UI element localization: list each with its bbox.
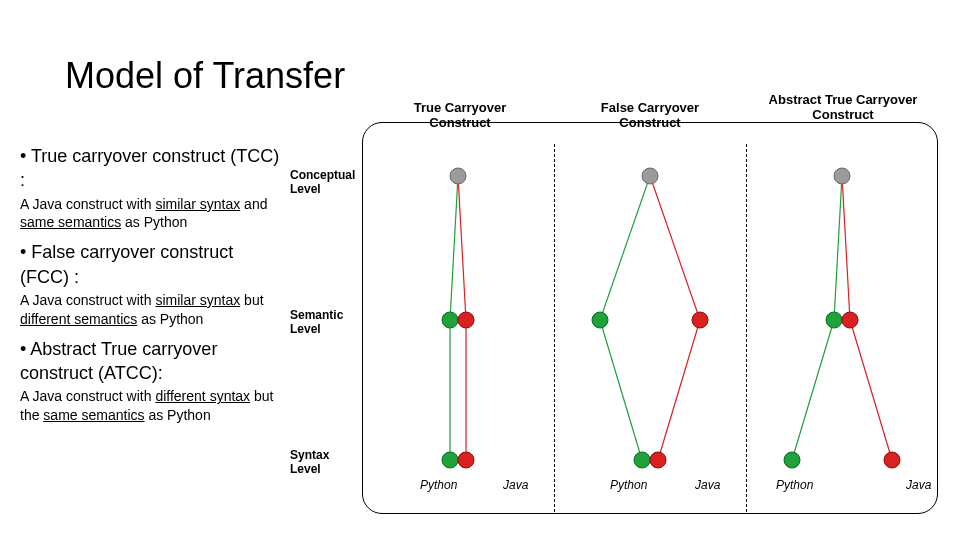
node-red-icon bbox=[842, 312, 858, 328]
node-red-icon bbox=[884, 452, 900, 468]
node-red-icon bbox=[458, 452, 474, 468]
node-green-icon bbox=[442, 312, 458, 328]
svg-line-6 bbox=[600, 320, 642, 460]
diagram: True Carryover Construct False Carryover… bbox=[290, 98, 938, 518]
desc-tcc-mid: and bbox=[240, 196, 267, 212]
slide-title: Model of Transfer bbox=[65, 55, 345, 97]
svg-line-7 bbox=[658, 320, 700, 460]
bullet-atcc: • Abstract True carryover construct (ATC… bbox=[20, 337, 280, 386]
lang-java: Java bbox=[906, 478, 931, 492]
lang-python: Python bbox=[610, 478, 647, 492]
node-red-icon bbox=[458, 312, 474, 328]
desc-fcc-mid: but bbox=[240, 292, 263, 308]
lang-java: Java bbox=[503, 478, 528, 492]
bullet-tcc: • True carryover construct (TCC) : bbox=[20, 144, 280, 193]
svg-line-10 bbox=[792, 320, 834, 460]
svg-line-4 bbox=[600, 176, 650, 320]
bullet-fcc: • False carryover construct (FCC) : bbox=[20, 240, 280, 289]
desc-tcc-u1: similar syntax bbox=[155, 196, 240, 212]
desc-fcc-u1: similar syntax bbox=[155, 292, 240, 308]
node-green-icon bbox=[442, 452, 458, 468]
svg-fcc bbox=[554, 138, 746, 498]
col-header-fcc: False Carryover Construct bbox=[570, 100, 730, 130]
svg-line-8 bbox=[834, 176, 842, 320]
bullet-atcc-label: Abstract True carryover construct (ATCC)… bbox=[20, 339, 217, 383]
svg-line-9 bbox=[842, 176, 850, 320]
desc-atcc-u2: same semantics bbox=[43, 407, 144, 423]
node-green-icon bbox=[826, 312, 842, 328]
desc-tcc-u2: same semantics bbox=[20, 214, 121, 230]
lang-python: Python bbox=[776, 478, 813, 492]
desc-tcc: A Java construct with similar syntax and… bbox=[20, 195, 280, 233]
bullet-fcc-label: False carryover construct (FCC) : bbox=[20, 242, 233, 286]
desc-atcc-pre: A Java construct with bbox=[20, 388, 155, 404]
svg-atcc bbox=[746, 138, 938, 498]
node-green-icon bbox=[592, 312, 608, 328]
node-gray-icon bbox=[450, 168, 466, 184]
node-green-icon bbox=[784, 452, 800, 468]
desc-tcc-post: as Python bbox=[121, 214, 187, 230]
col-header-tcc: True Carryover Construct bbox=[385, 100, 535, 130]
svg-line-5 bbox=[650, 176, 700, 320]
svg-line-0 bbox=[450, 176, 458, 320]
svg-tcc bbox=[362, 138, 554, 498]
desc-atcc-post: as Python bbox=[145, 407, 211, 423]
bullet-tcc-label: True carryover construct (TCC) : bbox=[20, 146, 279, 190]
row-conceptual: Conceptual Level bbox=[290, 168, 362, 196]
desc-fcc: A Java construct with similar syntax but… bbox=[20, 291, 280, 329]
node-gray-icon bbox=[642, 168, 658, 184]
desc-atcc-u1: different syntax bbox=[155, 388, 250, 404]
node-red-icon bbox=[692, 312, 708, 328]
svg-line-11 bbox=[850, 320, 892, 460]
desc-tcc-pre: A Java construct with bbox=[20, 196, 155, 212]
node-red-icon bbox=[650, 452, 666, 468]
desc-atcc: A Java construct with different syntax b… bbox=[20, 387, 280, 425]
col-header-atcc: Abstract True Carryover Construct bbox=[758, 92, 928, 122]
node-green-icon bbox=[634, 452, 650, 468]
lang-python: Python bbox=[420, 478, 457, 492]
definitions: • True carryover construct (TCC) : A Jav… bbox=[20, 140, 280, 433]
desc-fcc-post: as Python bbox=[137, 311, 203, 327]
row-semantic: Semantic Level bbox=[290, 308, 362, 336]
svg-line-1 bbox=[458, 176, 466, 320]
node-gray-icon bbox=[834, 168, 850, 184]
desc-fcc-pre: A Java construct with bbox=[20, 292, 155, 308]
lang-java: Java bbox=[695, 478, 720, 492]
slide: Model of Transfer • True carryover const… bbox=[0, 0, 960, 540]
desc-fcc-u2: different semantics bbox=[20, 311, 137, 327]
row-syntax: Syntax Level bbox=[290, 448, 362, 476]
